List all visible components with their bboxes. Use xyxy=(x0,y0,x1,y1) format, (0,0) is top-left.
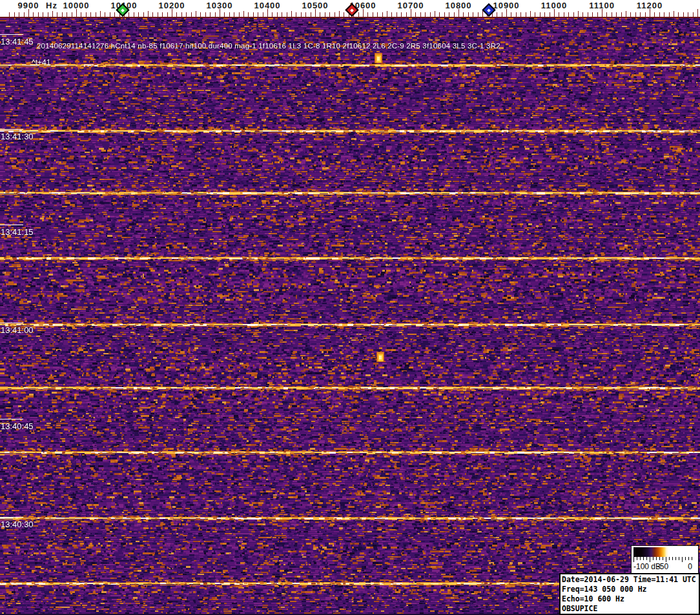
ruler-tick xyxy=(626,11,626,17)
ruler-tick xyxy=(621,12,622,17)
ruler-tick xyxy=(597,12,598,17)
ruler-tick xyxy=(248,12,249,17)
ruler-tick xyxy=(296,12,296,17)
ruler-tick xyxy=(96,12,96,17)
ruler-tick xyxy=(291,11,292,17)
time-tick-line xyxy=(0,129,23,130)
ruler-tick xyxy=(697,9,698,17)
ruler-tick xyxy=(253,12,254,17)
scale-tick xyxy=(653,557,654,560)
info-station: OBSUPICE xyxy=(562,604,699,614)
ruler-tick xyxy=(258,12,258,17)
frequency-tick-label: 11000 xyxy=(541,1,567,10)
ruler-tick xyxy=(200,12,201,17)
ruler-tick xyxy=(425,12,426,17)
ruler-tick xyxy=(535,12,535,17)
ruler-tick xyxy=(67,12,67,17)
ruler-tick xyxy=(635,12,636,17)
ruler-tick xyxy=(329,12,330,17)
ruler-tick xyxy=(158,12,158,17)
scale-tick xyxy=(682,557,683,562)
ruler-tick xyxy=(344,12,344,17)
ruler-tick xyxy=(387,11,387,17)
ruler-tick xyxy=(224,12,225,17)
ruler-tick xyxy=(578,11,579,17)
db-color-scale: -100 dB -50 0 xyxy=(631,545,699,574)
ruler-tick xyxy=(138,12,139,17)
info-date-time: Date=2014-06-29 Time=11:41 UTC xyxy=(562,575,699,585)
time-label: 13:41:15 xyxy=(1,227,34,237)
ruler-tick xyxy=(530,11,531,17)
scale-tick xyxy=(646,557,647,560)
ruler-tick xyxy=(497,12,497,17)
scale-tick xyxy=(663,557,663,560)
ruler-tick xyxy=(401,12,402,17)
hit-annotation-text: 20140629114141276 hCnt14 nb-85 f10617 hi… xyxy=(37,42,500,50)
scale-tick xyxy=(688,557,689,560)
ruler-tick xyxy=(105,12,105,17)
marker-center-dot xyxy=(350,8,354,12)
ruler-tick xyxy=(43,12,43,17)
ruler-tick xyxy=(444,12,445,17)
scale-tick xyxy=(656,557,657,560)
time-tick-line xyxy=(0,517,23,518)
ruler-tick xyxy=(415,12,416,17)
time-label: 13:41:00 xyxy=(1,325,34,335)
ruler-tick xyxy=(339,11,340,17)
ruler-tick xyxy=(582,12,583,17)
spectrogram-waterfall[interactable] xyxy=(0,18,700,615)
ruler-tick xyxy=(482,11,483,17)
ruler-tick xyxy=(526,12,526,17)
ruler-tick xyxy=(420,12,421,17)
time-tick-line xyxy=(0,34,23,35)
info-echo: Echo=10 600 Hz xyxy=(562,594,699,604)
scale-labels: -100 dB -50 0 xyxy=(633,562,692,572)
ruler-tick xyxy=(396,12,397,17)
ruler-tick xyxy=(325,12,325,17)
scale-tick xyxy=(640,557,641,560)
ruler-tick xyxy=(478,12,479,17)
ruler-tick xyxy=(588,12,588,17)
ruler-tick xyxy=(272,12,273,17)
scale-tick xyxy=(679,557,679,560)
ruler-tick xyxy=(659,12,660,17)
scale-tick xyxy=(643,557,644,560)
ruler-tick xyxy=(373,12,373,17)
frequency-tick-label: 11100 xyxy=(589,1,615,10)
ruler-tick xyxy=(550,12,550,17)
ruler-tick xyxy=(52,11,53,17)
ruler-tick xyxy=(305,12,306,17)
time-label: 13:41:30 xyxy=(1,132,34,141)
ruler-tick xyxy=(630,12,631,17)
ruler-tick xyxy=(520,12,521,17)
ruler-tick xyxy=(616,12,617,17)
ruler-tick xyxy=(90,12,91,17)
time-tick-line xyxy=(0,419,23,419)
ruler-tick xyxy=(654,12,655,17)
ruler-tick xyxy=(38,12,39,17)
frequency-tick-label: 10900 xyxy=(493,1,519,10)
ruler-tick xyxy=(468,12,469,17)
ruler-tick xyxy=(148,11,149,17)
ruler-tick xyxy=(367,12,368,17)
ruler-tick xyxy=(33,12,34,17)
ruler-tick xyxy=(129,12,129,17)
scale-tick xyxy=(675,557,676,560)
ruler-tick xyxy=(110,12,110,17)
ruler-tick xyxy=(191,12,192,17)
ruler-tick xyxy=(391,12,392,17)
scale-label-mid: -50 xyxy=(657,562,668,571)
ruler-tick xyxy=(439,12,440,17)
time-tick-line xyxy=(0,323,23,323)
frequency-ruler: 9900100001010010200103001040010500106001… xyxy=(0,0,700,18)
ruler-tick xyxy=(72,12,72,17)
ruler-tick xyxy=(473,12,473,17)
scale-label-min: -100 dB xyxy=(633,562,661,571)
frequency-tick-label: 10200 xyxy=(158,1,185,10)
ruler-tick xyxy=(606,12,607,17)
ruler-tick xyxy=(449,12,449,17)
ruler-tick xyxy=(640,12,641,17)
ruler-tick xyxy=(693,12,694,17)
scale-tick xyxy=(672,557,673,560)
scale-tick xyxy=(659,557,660,560)
